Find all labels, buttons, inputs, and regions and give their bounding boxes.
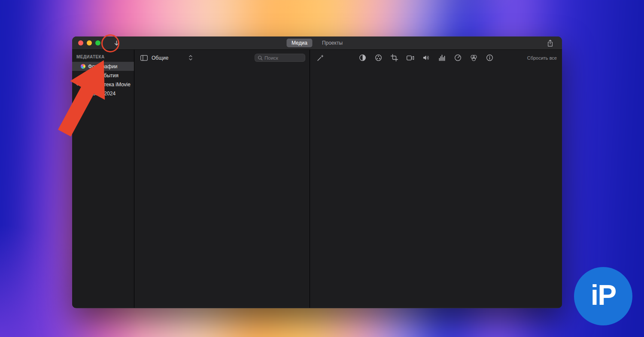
search-field[interactable] <box>255 54 305 62</box>
titlebar[interactable]: Медиа Проекты <box>72 36 562 50</box>
color-correction-button[interactable] <box>374 53 384 63</box>
volume-button[interactable] <box>421 53 431 63</box>
viewer-pane: Сбросить все <box>310 50 562 308</box>
magic-wand-icon <box>317 54 324 61</box>
video-camera-icon <box>407 55 414 61</box>
crop-button[interactable] <box>389 53 400 63</box>
search-icon <box>258 55 263 61</box>
adjust-toolbar: Сбросить все <box>310 50 562 66</box>
browser-toolbar: Общие <box>134 50 310 66</box>
stabilization-button[interactable] <box>405 53 416 63</box>
iphones-logo: iP <box>574 267 632 325</box>
media-group-dropdown[interactable]: Общие <box>152 55 193 61</box>
reset-all-button[interactable]: Сбросить все <box>527 55 557 61</box>
color-balance-icon <box>359 54 366 61</box>
share-icon <box>547 39 553 47</box>
tab-projects[interactable]: Проекты <box>317 39 348 47</box>
enhance-button[interactable] <box>315 53 325 63</box>
chevron-up-down-icon <box>188 55 193 61</box>
iphones-logo-text: iP <box>591 279 616 311</box>
sidebar-toggle-button[interactable] <box>139 53 149 63</box>
filters-button[interactable] <box>469 53 479 63</box>
overlapping-circles-icon <box>470 55 477 61</box>
crop-icon <box>391 54 398 61</box>
desktop: Медиа Проекты МЕДИАТЕКА Фотографии <box>0 0 644 337</box>
imovie-window: Медиа Проекты МЕДИАТЕКА Фотографии <box>72 36 562 308</box>
color-wheel-icon <box>375 54 382 61</box>
annotation-arrow <box>43 41 133 146</box>
speed-button[interactable] <box>453 53 463 63</box>
equalizer-button[interactable] <box>437 53 447 63</box>
info-icon <box>486 54 493 61</box>
window-content: МЕДИАТЕКА Фотографии ★ Все события <box>72 50 562 308</box>
clip-info-button[interactable] <box>485 53 495 63</box>
search-input[interactable] <box>264 55 302 61</box>
view-tabs: Медиа Проекты <box>286 36 348 49</box>
media-group-label: Общие <box>152 55 188 61</box>
tab-media[interactable]: Медиа <box>286 39 313 47</box>
sidebar-toggle-icon <box>140 55 148 61</box>
media-browser-pane: Общие <box>134 50 310 308</box>
color-balance-button[interactable] <box>358 53 368 63</box>
speedometer-icon <box>454 54 462 61</box>
share-button[interactable] <box>545 38 555 48</box>
adjustment-icons <box>358 53 495 63</box>
speaker-icon <box>423 55 430 61</box>
equalizer-bars-icon <box>439 55 446 61</box>
